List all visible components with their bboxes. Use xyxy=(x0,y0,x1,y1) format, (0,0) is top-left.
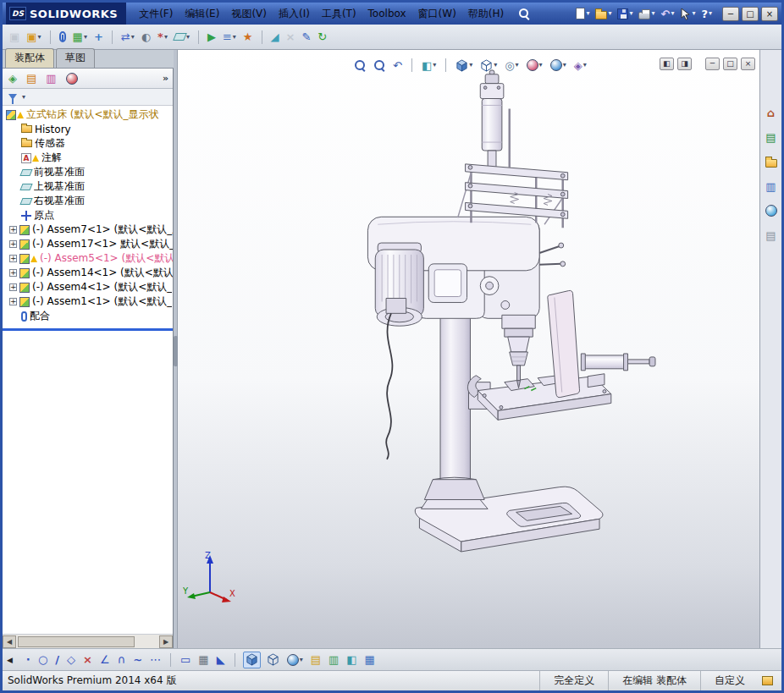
wireframe-display-icon[interactable] xyxy=(265,652,281,668)
dropdown-caret-icon[interactable]: ▾ xyxy=(586,10,589,17)
bill-of-materials-icon[interactable]: ≡▾ xyxy=(221,29,238,46)
expand-icon[interactable]: + xyxy=(9,226,17,234)
apply-scene-bottom-icon[interactable]: ▾ xyxy=(285,652,305,668)
linear-sketch-pattern-icon[interactable]: ⋯ xyxy=(148,652,163,668)
view-settings-icon[interactable]: ◈▾ xyxy=(572,57,588,74)
tree-item-front-plane[interactable]: 前视基准面 xyxy=(3,165,173,179)
section-view-icon[interactable]: ◧▾ xyxy=(420,57,438,74)
view-palette-icon[interactable]: ▥ xyxy=(764,178,777,195)
note-icon[interactable]: ▤ xyxy=(309,652,323,668)
zoom-to-area-icon[interactable] xyxy=(372,57,387,74)
sketch-toolbar-icon[interactable]: ✎ xyxy=(300,29,312,46)
edit-component-icon[interactable]: ▣ xyxy=(8,29,21,46)
file-explorer-icon[interactable] xyxy=(764,153,779,170)
section-view-bottom-icon[interactable]: ◧ xyxy=(345,652,358,668)
dropdown-caret-icon[interactable]: ▾ xyxy=(469,62,472,69)
dropdown-caret-icon[interactable]: ▾ xyxy=(494,62,497,69)
doc-close-button[interactable]: × xyxy=(741,58,755,70)
open-icon[interactable]: ▾ xyxy=(594,5,613,22)
dropdown-caret-icon[interactable]: ▾ xyxy=(300,657,303,663)
new-motion-study-icon[interactable]: ▶ xyxy=(206,29,218,46)
grid-snap-icon[interactable]: ▦ xyxy=(196,652,210,668)
reference-geometry-icon[interactable]: ▾ xyxy=(173,29,191,46)
menu-item-6[interactable]: 窗口(W) xyxy=(412,3,462,25)
dropdown-caret-icon[interactable]: ▾ xyxy=(651,10,654,17)
sketch-angle-icon[interactable]: ∠ xyxy=(98,652,112,668)
dropdown-caret-icon[interactable]: ▾ xyxy=(131,34,135,41)
display-style-icon[interactable]: ▾ xyxy=(478,57,499,74)
solidworks-resources-icon[interactable]: ⌂ xyxy=(765,104,776,121)
sketch-spline-icon[interactable]: ~ xyxy=(131,652,144,668)
dropdown-caret-icon[interactable]: ▾ xyxy=(233,34,236,41)
dropdown-caret-icon[interactable]: ▾ xyxy=(539,62,543,69)
doc-restore-button[interactable]: □ xyxy=(723,58,737,70)
show-hidden-components-icon[interactable]: ◐ xyxy=(140,29,152,46)
tree-item-mates[interactable]: 配合 xyxy=(3,309,173,323)
dropdown-caret-icon[interactable]: ▾ xyxy=(84,34,87,41)
filter-funnel-icon[interactable] xyxy=(7,89,19,106)
tree-item-root-assembly[interactable]: 立式钻床 (默认<默认_显示状 xyxy=(3,107,173,122)
dropdown-caret-icon[interactable]: ▾ xyxy=(164,34,168,41)
minimize-button[interactable]: ─ xyxy=(722,7,739,21)
assembly-visualization-icon[interactable]: ▥ xyxy=(327,652,340,668)
search-icon[interactable] xyxy=(518,8,530,19)
maximize-button[interactable]: □ xyxy=(742,7,759,21)
shaded-with-edges-icon[interactable] xyxy=(243,652,261,668)
panel-expand-chevron[interactable]: » xyxy=(163,73,168,84)
status-custom[interactable]: 自定义 xyxy=(700,671,759,690)
displaymanager-tab-icon[interactable] xyxy=(64,70,80,87)
tree-item-assem5[interactable]: +(-) Assem5<1> (默认<默认 xyxy=(3,251,173,266)
dropdown-caret-icon[interactable]: ▾ xyxy=(671,10,674,17)
menu-item-4[interactable]: 工具(T) xyxy=(316,3,362,25)
graphics-area[interactable]: ↶◧▾▾▾◎▾▾▾◈▾ ◧◨─□× Z Y X xyxy=(178,50,759,648)
move-component-icon[interactable]: ⇄▾ xyxy=(119,29,136,46)
previous-view-icon[interactable]: ↶ xyxy=(391,57,404,74)
scroll-thumb[interactable] xyxy=(18,636,135,647)
edit-appearance-icon[interactable]: ▾ xyxy=(525,57,544,74)
pane-left-button[interactable]: ◧ xyxy=(660,58,674,70)
tree-horizontal-scrollbar[interactable]: ◀ ▶ xyxy=(3,634,173,648)
dropdown-caret-icon[interactable]: ▾ xyxy=(516,62,519,69)
tree-item-history[interactable]: History xyxy=(3,122,173,136)
assembly-features-icon[interactable]: *▾ xyxy=(156,29,169,46)
tree-item-origin[interactable]: 原点 xyxy=(3,208,173,223)
tree-item-assem7[interactable]: +(-) Assem7<1> (默认<默认_显 xyxy=(3,223,173,237)
dropdown-caret-icon[interactable]: ▾ xyxy=(608,10,611,17)
insert-components-icon[interactable]: ▣▾ xyxy=(25,29,42,46)
custom-properties-icon[interactable]: ▤ xyxy=(764,227,777,244)
tab-0-active[interactable]: 装配体 xyxy=(5,48,54,68)
new-document-icon[interactable]: ▾ xyxy=(574,5,591,22)
sketch-chamfer-icon[interactable]: ◣ xyxy=(215,652,227,668)
corner-rectangle-icon[interactable]: ▭ xyxy=(179,652,192,668)
menu-item-3[interactable]: 插入(I) xyxy=(273,3,316,25)
featuremanager-tree-tab-icon[interactable]: ◈ xyxy=(7,70,19,87)
select-icon[interactable]: ▾ xyxy=(678,5,697,22)
help-icon[interactable]: ?▾ xyxy=(699,5,714,22)
sketch-circle-icon[interactable]: ○ xyxy=(36,652,49,668)
expand-icon[interactable]: + xyxy=(9,240,17,248)
zoom-to-fit-icon[interactable] xyxy=(352,57,367,74)
smart-fasteners-icon[interactable]: + xyxy=(92,29,105,46)
exploded-view-icon[interactable]: ★ xyxy=(241,29,255,46)
undo-icon[interactable]: ↶▾ xyxy=(660,5,676,22)
dropdown-caret-icon[interactable]: ▾ xyxy=(563,62,566,69)
tree-item-top-plane[interactable]: 上视基准面 xyxy=(3,179,173,194)
expand-icon[interactable]: + xyxy=(9,283,17,291)
save-icon[interactable]: ▾ xyxy=(616,5,634,22)
menu-item-7[interactable]: 帮助(H) xyxy=(462,3,510,25)
menu-item-0[interactable]: 文件(F) xyxy=(133,3,179,25)
sketch-arc-icon[interactable]: ∩ xyxy=(116,652,128,668)
scroll-right-button[interactable]: ▶ xyxy=(159,635,173,648)
expand-icon[interactable]: + xyxy=(9,255,17,262)
dropdown-caret-icon[interactable]: ▾ xyxy=(38,34,41,41)
sketch-point-icon[interactable]: ∙ xyxy=(25,652,32,668)
tree-item-assem4[interactable]: +(-) Assem4<1> (默认<默认_ xyxy=(3,280,173,294)
pane-right-button[interactable]: ◨ xyxy=(677,58,692,70)
expand-icon[interactable]: + xyxy=(9,298,17,305)
view-orientation-icon[interactable]: ▾ xyxy=(454,57,474,74)
propertymanager-tab-icon[interactable]: ▤ xyxy=(25,70,38,87)
appearances-scenes-icon[interactable] xyxy=(764,202,779,219)
apply-scene-icon[interactable]: ▾ xyxy=(549,57,568,74)
mate-icon[interactable] xyxy=(58,29,68,46)
dropdown-caret-icon[interactable]: ▾ xyxy=(709,10,712,17)
